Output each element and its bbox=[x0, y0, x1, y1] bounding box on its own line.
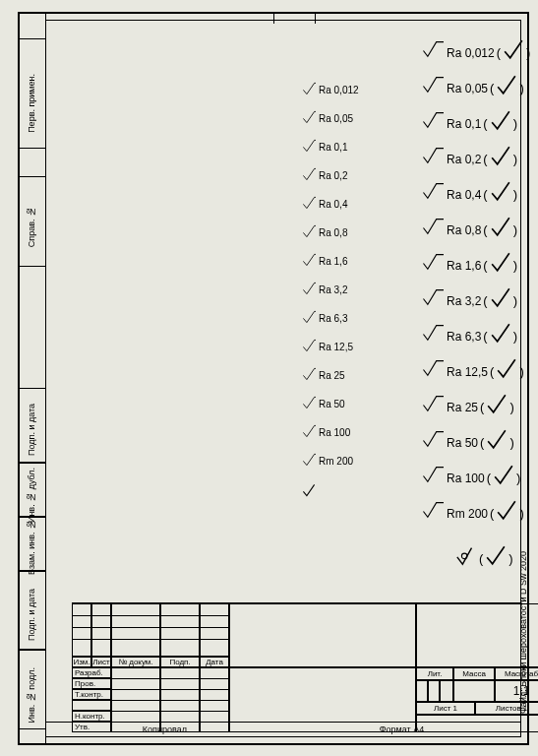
small-mark-8: Ra 6,3 bbox=[302, 310, 347, 324]
big-mark-0: Ra 0,012 () bbox=[422, 38, 532, 60]
side-perv-primen: Перв. примен. bbox=[27, 74, 36, 133]
label-massa: Масса bbox=[453, 667, 495, 680]
row-empty bbox=[72, 700, 111, 711]
side-inv-dubl: Инв. № дубл. bbox=[27, 468, 36, 523]
small-mark-1: Ra 0,05 bbox=[302, 110, 353, 124]
big-mark-11: Ra 50 () bbox=[422, 428, 516, 450]
side-sprav: Справ. № bbox=[27, 207, 36, 247]
label-listov: Листов 1 bbox=[475, 702, 538, 715]
row-razrab: Разраб. bbox=[72, 667, 111, 678]
big-mark-2: Ra 0,1 () bbox=[422, 109, 519, 131]
small-mark-11: Ra 50 bbox=[302, 396, 345, 410]
label-lit: Лит. bbox=[416, 667, 453, 680]
small-mark-2: Ra 0,1 bbox=[302, 139, 347, 153]
title-block: Изм. Лист № докум. Подп. Дата Разраб. Пр… bbox=[72, 602, 520, 736]
col-podp: Подп. bbox=[160, 657, 200, 667]
row-tkontr: Т.контр. bbox=[72, 689, 111, 700]
small-mark-3: Ra 0,2 bbox=[302, 167, 347, 181]
side-vzam: Взам. инв. № bbox=[27, 520, 36, 575]
drawing-frame: Ra 0,012Ra 0,05Ra 0,1Ra 0,2Ra 0,4Ra 0,8R… bbox=[45, 20, 521, 737]
small-mark-9: Ra 12,5 bbox=[302, 339, 353, 352]
small-mark-5: Ra 0,8 bbox=[302, 224, 347, 238]
value-scale: 1:1 bbox=[495, 680, 538, 702]
big-mark-plain: ( ) bbox=[455, 544, 515, 566]
big-mark-1: Ra 0,05 () bbox=[422, 74, 526, 95]
big-mark-7: Ra 3,2 () bbox=[422, 286, 519, 308]
big-mark-6: Ra 1,6 () bbox=[422, 251, 519, 273]
col-data: Дата bbox=[200, 657, 229, 667]
file-caption: Файл: Блоки шероховатости D Sw 2020 bbox=[518, 551, 528, 714]
big-mark-10: Ra 25 () bbox=[422, 393, 516, 414]
big-mark-5: Ra 0,8 () bbox=[422, 216, 519, 237]
side-podp1: Подп. и дата bbox=[27, 404, 36, 456]
small-mark-0: Ra 0,012 bbox=[302, 82, 359, 95]
footer: Копировал Формат A4 bbox=[46, 722, 520, 736]
small-mark-7: Ra 3,2 bbox=[302, 282, 347, 295]
svg-point-0 bbox=[461, 553, 467, 559]
big-mark-3: Ra 0,2 () bbox=[422, 145, 519, 166]
small-mark-12: Ra 100 bbox=[302, 424, 350, 438]
big-mark-12: Ra 100 () bbox=[422, 464, 522, 485]
small-mark-4: Ra 0,4 bbox=[302, 196, 347, 210]
big-mark-9: Ra 12,5 () bbox=[422, 357, 526, 379]
drawing-sheet: Перв. примен. Справ. № Подп. и дата Инв.… bbox=[18, 12, 529, 745]
footer-kopiroval: Копировал bbox=[143, 724, 187, 734]
small-mark-6: Ra 1,6 bbox=[302, 253, 347, 267]
side-inv-podl: Инв. № подл. bbox=[27, 667, 36, 723]
col-izm: Изм. bbox=[72, 657, 91, 667]
side-podp2: Подп. и дата bbox=[27, 589, 36, 641]
col-ndokum: № докум. bbox=[111, 657, 160, 667]
big-mark-13: Rm 200 () bbox=[422, 499, 526, 521]
col-list: Лист bbox=[91, 657, 111, 667]
label-masshtab: Масштаб bbox=[495, 667, 538, 680]
small-mark-13: Rm 200 bbox=[302, 453, 353, 467]
big-mark-4: Ra 0,4 () bbox=[422, 180, 519, 202]
small-mark-10: Ra 25 bbox=[302, 367, 345, 381]
binding-column: Перв. примен. Справ. № Подп. и дата Инв.… bbox=[20, 14, 46, 743]
label-list1: Лист 1 bbox=[416, 702, 475, 715]
footer-format: Формат A4 bbox=[380, 724, 424, 734]
row-prov: Пров. bbox=[72, 678, 111, 689]
row-nkontr: Н.контр. bbox=[72, 711, 111, 722]
big-mark-8: Ra 6,3 () bbox=[422, 322, 519, 344]
small-mark-plain bbox=[302, 483, 316, 497]
